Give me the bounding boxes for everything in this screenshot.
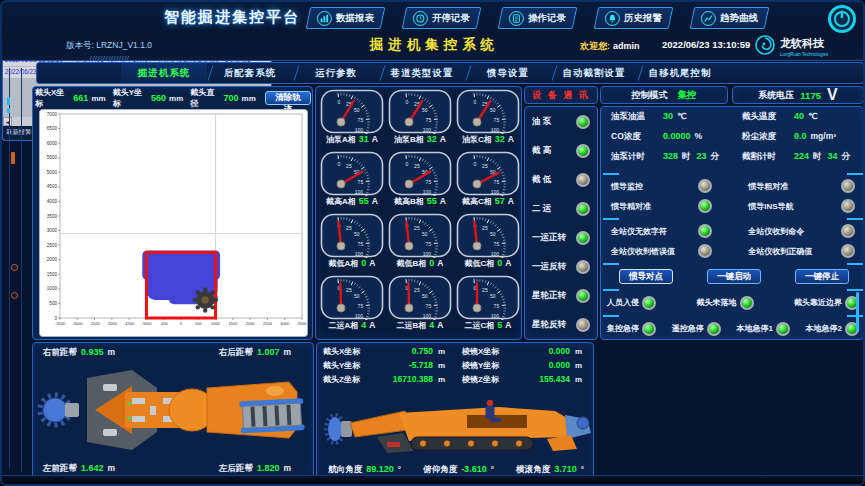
nav-button-report[interactable]: 数据报表 [306,7,386,29]
gauge-unit: A [508,134,514,144]
stat-value: 30 [663,111,673,121]
svg-text:25: 25 [482,163,488,169]
stat-row: 油泵油温30℃ [601,111,732,131]
status-led [576,289,590,303]
nav-button-trend-curve[interactable]: 趋势曲线 [690,7,770,29]
footer-bar [2,475,865,484]
trajectory-chart: 0500100015002000250030003500400045005000… [39,109,308,341]
one-key-stop-button[interactable]: 一键停止 [795,269,849,284]
status-led [642,296,656,310]
cutting-head-panel: 截头X坐标 661 mm截头Y坐标 560 mm截头直径 700 mm清除轨迹 … [32,86,313,340]
gauge-label: 二运A相 [329,320,359,331]
gauge-value: 31 [359,134,369,144]
svg-text:100: 100 [491,127,500,133]
distance-label: 右前距帮 [43,347,77,359]
distance-rear-left: 左后距帮 1.820 m [219,463,291,475]
coord-label: 截头Z坐标 [323,374,371,385]
led-label: 集控急停 [607,323,639,334]
dragon-logo-icon [754,34,776,56]
tab-backup-system[interactable]: 后配套系统 [207,63,293,83]
svg-text:25: 25 [482,287,488,293]
comm-label: 星轮正转 [532,290,566,302]
angle-value: -3.610 [461,464,487,474]
svg-text:-3500: -3500 [55,321,66,326]
led-label: 本地急停1 [736,323,772,334]
led-label: 截头靠近边界 [794,297,842,308]
svg-text:-500: -500 [160,321,169,326]
status-led [841,179,855,193]
led-cell: 惯导INS导航 [738,196,865,216]
svg-text:3000: 3000 [47,228,58,233]
tab-machine-system[interactable]: 掘进机系统 [121,63,207,83]
led-cell: 遥控急停 [672,322,721,336]
status-led [576,202,590,216]
led-cell: 集控急停 [607,322,656,336]
svg-text:5500: 5500 [47,155,58,160]
tab-auto-cutting[interactable]: 自动截割设置 [551,63,637,83]
voltage-value: 1175 [800,90,821,101]
coord-value: -5.718 [371,360,433,370]
gauge-unit: A [440,134,446,144]
gauge-dial: 0255075100 [456,89,520,134]
power-icon [827,4,857,34]
brand-name: 龙软科技 [780,37,824,49]
brand-subtitle: LongRuan Technologies [780,52,828,57]
comm-row: 二 运 [525,194,597,223]
gauge-油泵B相: 0255075100 油泵B相 32 A [386,89,454,151]
coord-label: 棱镜X坐标 [462,346,510,357]
stat-label: 截割计时 [742,151,794,163]
clear-track-button[interactable]: 清除轨迹 [265,91,311,105]
svg-text:50: 50 [490,107,496,113]
gauge-dial: 0255075100 [388,275,452,320]
nav-button-start-stop-log[interactable]: 开停记录 [402,7,482,29]
station-led-rows: 全站仪无效字符 全站仪收到命令 全站仪收到错误值 全站仪收到正确值 [601,221,865,261]
ins-align-button[interactable]: 惯导对点 [619,269,673,284]
coord-value: 0.000 [510,360,570,370]
gauge-dial: 0255075100 [320,275,384,320]
power-button[interactable] [827,4,857,34]
nav-button-operation-log[interactable]: 操作记录 [498,7,578,29]
gauge-unit: A [437,258,443,268]
device-comm-panel: 油 泵 截 高 截 低 二 运 一运正转 一运反转 星轮正转 星轮反转 [524,106,598,340]
svg-text:100: 100 [355,189,364,195]
gauge-label: 截低B相 [397,258,427,269]
gauge-unit: A [505,258,511,268]
tab-run-params[interactable]: 运行参数 [293,63,379,83]
coord-value: 16710.388 [371,374,433,384]
distance-value: 1.007 [257,347,280,357]
distance-value: 0.935 [81,347,104,357]
stat-unit: 时 [682,151,691,163]
led-cell: 本地急停1 [736,322,789,336]
led-label: 截头未落地 [697,297,737,308]
nav-button-history-alarm[interactable]: 历史报警 [594,7,674,29]
distance-label: 右后距帮 [219,347,253,359]
svg-text:500: 500 [49,301,57,306]
stat-row: 油泵计时328时23分 [601,151,732,171]
led-cell: 全站仪无效字符 [601,221,722,241]
distance-unit: m [108,347,116,357]
tab-ins-settings[interactable]: 惯导设置 [465,63,551,83]
voltage-label: 系统电压 [758,89,794,102]
status-led [576,144,590,158]
stat-row: 粉尘浓度0.0mg/m³ [732,131,863,151]
svg-text:3000: 3000 [280,321,290,326]
led-cell: 惯导粗对准 [738,176,865,196]
svg-text:100: 100 [491,251,500,257]
svg-text:6500: 6500 [47,126,58,131]
stat-label: 油泵油温 [611,111,663,123]
svg-text:-1000: -1000 [141,321,152,326]
coord-unit: m [438,347,450,356]
coordinate-row: 棱镜X坐标 0.000 m [456,346,593,360]
field-unit: mm [242,94,256,103]
coord-unit: m [575,375,587,384]
tab-bar: 掘进机系统后配套系统运行参数巷道类型设置惯导设置自动截割设置自移机尾控制 [36,62,864,84]
scroll-left-icon[interactable]: ◀ [3,117,12,126]
tab-roadway-type[interactable]: 巷道类型设置 [379,63,465,83]
led-label: 全站仪收到命令 [748,226,804,237]
field-unit: mm [91,94,105,103]
tab-tail-control[interactable]: 自移机尾控制 [637,63,723,83]
header-top: 智能掘进集控平台 数据报表开停记录操作记录历史报警趋势曲线 [2,2,865,32]
gauge-dial: 0255075100 [320,89,384,134]
one-key-start-button[interactable]: 一键启动 [707,269,761,284]
svg-text:75: 75 [494,241,500,247]
